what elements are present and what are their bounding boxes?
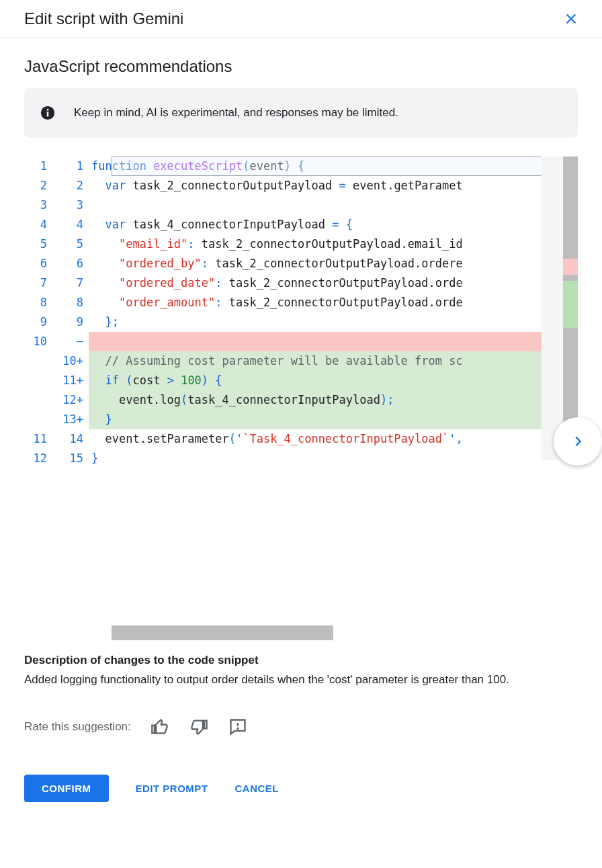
- chevron-right-icon: [570, 434, 585, 449]
- close-icon: [564, 11, 578, 26]
- code-line-content: function executeScript(event) {: [89, 157, 578, 176]
- dialog-header: Edit script with Gemini: [0, 0, 602, 38]
- gutter-old: 3: [24, 196, 54, 215]
- gutter-new: 13+: [54, 410, 89, 429]
- svg-point-4: [237, 728, 238, 728]
- code-line-content: };: [89, 312, 578, 332]
- gutter-new: 15: [54, 449, 89, 468]
- gutter-new: 6: [54, 254, 89, 273]
- code-line-content: [89, 332, 578, 351]
- gutter-old: 1: [24, 157, 54, 176]
- code-line: 55 "email_id": task_2_connectorOutputPay…: [24, 234, 578, 254]
- code-line: 1114 event.setParameter('`Task_4_connect…: [24, 429, 578, 449]
- code-line-content: var task_4_connectorInputPayload = {: [89, 215, 578, 234]
- info-icon: [40, 105, 55, 120]
- gutter-old: 11: [24, 429, 54, 449]
- info-banner: Keep in mind, AI is experimental, and re…: [24, 88, 578, 138]
- gutter-old: 8: [24, 293, 54, 312]
- code-line: 10+ // Assuming cost parameter will be a…: [24, 351, 578, 371]
- description-body: Added logging functionality to output or…: [24, 671, 578, 689]
- gutter-new: 14: [54, 429, 89, 449]
- info-banner-text: Keep in mind, AI is experimental, and re…: [74, 106, 398, 120]
- rate-label: Rate this suggestion:: [24, 720, 131, 734]
- edit-prompt-button[interactable]: EDIT PROMPT: [136, 783, 208, 794]
- thumbs-down-button[interactable]: [189, 717, 209, 737]
- gutter-new: 12+: [54, 390, 89, 410]
- code-line: 88 "order_amount": task_2_connectorOutpu…: [24, 293, 578, 312]
- gutter-old: 7: [24, 273, 54, 293]
- gutter-new: 4: [54, 215, 89, 234]
- dialog-title: Edit script with Gemini: [24, 9, 183, 28]
- code-line: 11+ if (cost > 100) {: [24, 371, 578, 390]
- gutter-old: 2: [24, 176, 54, 196]
- code-line-content: "order_amount": task_2_connectorOutputPa…: [89, 293, 578, 312]
- gutter-old: [24, 371, 54, 390]
- minimap-addition-marker: [563, 281, 578, 328]
- code-line: 33: [24, 196, 578, 215]
- thumbs-down-icon: [189, 718, 208, 736]
- gutter-old: 10: [24, 332, 54, 351]
- code-line: 12+ event.log(task_4_connectorInputPaylo…: [24, 390, 578, 410]
- svg-rect-2: [47, 109, 49, 111]
- code-line-content: }: [89, 410, 578, 429]
- minimap-gutter: [542, 157, 563, 460]
- section-heading: JavaScript recommendations: [24, 57, 578, 76]
- code-line-content: "ordered_by": task_2_connectorOutputPayl…: [89, 254, 578, 273]
- gutter-new: 11+: [54, 371, 89, 390]
- code-line: 99 };: [24, 312, 578, 332]
- confirm-button[interactable]: CONFIRM: [24, 775, 109, 802]
- report-icon: [228, 718, 247, 736]
- minimap-deletion-marker: [563, 259, 578, 275]
- code-line: 44 var task_4_connectorInputPayload = {: [24, 215, 578, 234]
- code-line-content: var task_2_connectorOutputPayload = even…: [89, 176, 578, 196]
- gutter-old: [24, 351, 54, 371]
- code-line-content: "email_id": task_2_connectorOutputPayloa…: [89, 234, 578, 254]
- code-line-content: }: [89, 449, 578, 468]
- code-line-content: "ordered_date": task_2_connectorOutputPa…: [89, 273, 578, 293]
- gutter-old: 6: [24, 254, 54, 273]
- gutter-new: 1: [54, 157, 89, 176]
- code-line: 77 "ordered_date": task_2_connectorOutpu…: [24, 273, 578, 293]
- close-button[interactable]: [563, 11, 579, 27]
- action-buttons: CONFIRM EDIT PROMPT CANCEL: [24, 775, 578, 802]
- gutter-old: [24, 410, 54, 429]
- gutter-new: 8: [54, 293, 89, 312]
- code-line: 10—: [24, 332, 578, 351]
- code-line-content: if (cost > 100) {: [89, 371, 578, 390]
- horizontal-scrollbar[interactable]: [112, 625, 333, 640]
- gutter-new: 2: [54, 176, 89, 196]
- gutter-new: 7: [54, 273, 89, 293]
- gutter-old: 4: [24, 215, 54, 234]
- gutter-new: 9: [54, 312, 89, 332]
- code-line: 13+ }: [24, 410, 578, 429]
- svg-rect-1: [47, 112, 49, 116]
- gutter-old: 5: [24, 234, 54, 254]
- code-line: 11function executeScript(event) {: [24, 157, 578, 176]
- code-line: 1215}: [24, 449, 578, 468]
- gutter-old: 12: [24, 449, 54, 468]
- code-line-content: [89, 196, 578, 215]
- gutter-new: 5: [54, 234, 89, 254]
- code-line-content: // Assuming cost parameter will be avail…: [89, 351, 578, 371]
- cancel-button[interactable]: CANCEL: [235, 783, 280, 794]
- thumbs-up-icon: [150, 718, 169, 736]
- description-heading: Description of changes to the code snipp…: [24, 654, 578, 667]
- gutter-old: 9: [24, 312, 54, 332]
- code-line-content: event.log(task_4_connectorInputPayload);: [89, 390, 578, 410]
- report-button[interactable]: [228, 717, 248, 737]
- gutter-old: [24, 390, 54, 410]
- gutter-new: 3: [54, 196, 89, 215]
- gutter-new: —: [54, 332, 89, 351]
- next-button[interactable]: [554, 417, 602, 466]
- thumbs-up-button[interactable]: [150, 717, 170, 737]
- code-diff[interactable]: 11function executeScript(event) {22 var …: [24, 157, 578, 640]
- code-line-content: event.setParameter('`Task_4_connectorInp…: [89, 429, 578, 449]
- code-line: 66 "ordered_by": task_2_connectorOutputP…: [24, 254, 578, 273]
- rate-row: Rate this suggestion:: [24, 717, 578, 737]
- gutter-new: 10+: [54, 351, 89, 371]
- code-diff-wrapper: 11function executeScript(event) {22 var …: [24, 157, 578, 640]
- code-line: 22 var task_2_connectorOutputPayload = e…: [24, 176, 578, 196]
